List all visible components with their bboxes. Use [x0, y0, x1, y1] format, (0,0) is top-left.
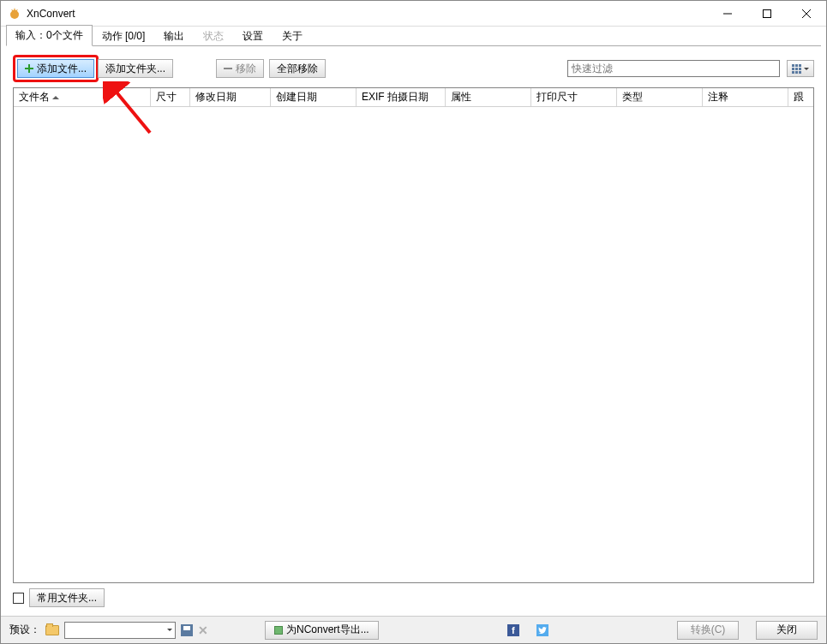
tab-about[interactable]: 关于 — [273, 26, 312, 46]
col-path[interactable]: 跟 — [788, 88, 813, 106]
col-size[interactable]: 尺寸 — [151, 88, 190, 106]
plus-icon — [25, 64, 33, 73]
window-controls — [708, 1, 826, 27]
col-exif-date[interactable]: EXIF 拍摄日期 — [357, 88, 446, 106]
preset-label: 预设： — [9, 623, 40, 637]
sort-asc-icon — [52, 96, 59, 99]
facebook-icon[interactable]: f — [507, 624, 519, 636]
remove-all-label: 全部移除 — [277, 62, 318, 76]
minimize-button[interactable] — [708, 1, 747, 27]
preset-combo[interactable] — [64, 622, 176, 639]
tab-settings[interactable]: 设置 — [233, 26, 273, 46]
export-label: 为NConvert导出... — [286, 623, 369, 637]
convert-button[interactable]: 转换(C) — [677, 621, 739, 640]
tab-status[interactable]: 状态 — [194, 26, 233, 46]
filter-input[interactable] — [567, 60, 780, 77]
close-button[interactable] — [787, 1, 826, 27]
under-table-row: 常用文件夹... — [1, 583, 826, 616]
convert-label: 转换(C) — [691, 623, 726, 637]
remove-button[interactable]: 移除 — [216, 59, 264, 78]
col-modified[interactable]: 修改日期 — [190, 88, 271, 106]
add-folder-button[interactable]: 添加文件夹... — [98, 59, 173, 78]
fav-folders-label: 常用文件夹... — [37, 591, 97, 605]
svg-rect-2 — [764, 9, 771, 17]
export-icon — [274, 626, 283, 635]
fav-folders-checkbox[interactable] — [13, 593, 24, 604]
maximize-button[interactable] — [747, 1, 787, 27]
close-app-button[interactable]: 关闭 — [756, 621, 818, 640]
col-filename-label: 文件名 — [19, 90, 50, 104]
save-icon[interactable] — [181, 624, 193, 636]
minus-icon — [224, 64, 232, 73]
col-created[interactable]: 创建日期 — [271, 88, 357, 106]
chevron-down-icon — [167, 629, 172, 631]
add-files-button[interactable]: 添加文件... — [17, 59, 94, 78]
col-print-size[interactable]: 打印尺寸 — [531, 88, 617, 106]
close-label: 关闭 — [776, 623, 797, 637]
toolbar: 添加文件... 添加文件夹... 移除 全部移除 — [1, 46, 826, 87]
table-body[interactable] — [14, 107, 813, 582]
annotation-highlight: 添加文件... — [13, 55, 99, 82]
delete-icon[interactable]: ✕ — [198, 623, 208, 637]
status-bar: 预设： ✕ 为NConvert导出... f 转换(C) 关闭 — [1, 616, 826, 643]
remove-all-button[interactable]: 全部移除 — [269, 59, 326, 78]
col-comment[interactable]: 注释 — [703, 88, 788, 106]
file-table: 文件名 尺寸 修改日期 创建日期 EXIF 拍摄日期 属性 打印尺寸 类型 注释… — [13, 87, 814, 583]
tab-actions[interactable]: 动作 [0/0] — [93, 26, 155, 46]
chevron-down-icon — [804, 68, 809, 70]
add-folder-label: 添加文件夹... — [105, 62, 165, 76]
view-mode-button[interactable] — [787, 60, 814, 77]
titlebar: XnConvert — [1, 1, 826, 27]
app-icon — [8, 7, 21, 21]
col-filename[interactable]: 文件名 — [14, 88, 151, 106]
export-nconvert-button[interactable]: 为NConvert导出... — [265, 621, 379, 640]
tab-output[interactable]: 输出 — [154, 26, 194, 46]
fav-folders-button[interactable]: 常用文件夹... — [29, 588, 105, 607]
tab-strip: 输入：0个文件 动作 [0/0] 输出 状态 设置 关于 — [1, 27, 826, 45]
col-type[interactable]: 类型 — [617, 88, 703, 106]
tab-input[interactable]: 输入：0个文件 — [6, 25, 93, 46]
table-header: 文件名 尺寸 修改日期 创建日期 EXIF 拍摄日期 属性 打印尺寸 类型 注释… — [14, 88, 813, 107]
add-files-label: 添加文件... — [37, 62, 87, 76]
folder-icon[interactable] — [45, 625, 59, 635]
remove-label: 移除 — [236, 62, 256, 76]
grid-icon — [792, 64, 801, 74]
window-title: XnConvert — [27, 8, 708, 20]
col-attributes[interactable]: 属性 — [446, 88, 531, 106]
twitter-icon[interactable] — [536, 624, 548, 636]
